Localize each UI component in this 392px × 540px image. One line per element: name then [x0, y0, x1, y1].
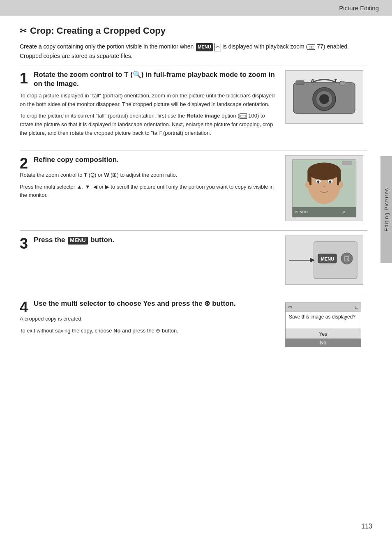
- step-4-body: A cropped copy is created. To exit witho…: [20, 315, 277, 335]
- save-dialog-header: ✂ □: [286, 303, 361, 312]
- step-4-number: 4: [20, 300, 28, 315]
- step-4-left: 4 Use the multi selector to choose Yes a…: [20, 299, 277, 339]
- svg-text:T: T: [334, 78, 337, 83]
- svg-rect-6: [296, 81, 304, 85]
- side-tab-label: Editing Pictures: [383, 188, 390, 231]
- menu-badge-step3: MENU: [68, 237, 88, 245]
- svg-point-19: [306, 181, 310, 187]
- intro-text-before: Create a copy containing only the portio…: [20, 43, 194, 50]
- step-3-heading: Press the MENU button.: [34, 235, 277, 245]
- step-4-heading: Use the multi selector to choose Yes and…: [34, 299, 277, 308]
- step-2-heading: Refine copy composition.: [34, 155, 277, 164]
- step-2-number: 2: [20, 156, 28, 171]
- step-3-section: 3 Press the MENU button.: [20, 230, 367, 290]
- step-1-left: 1 Rotate the zoom control to T (🔍) in fu…: [20, 70, 277, 141]
- page-number: 113: [361, 523, 372, 530]
- save-option-yes[interactable]: Yes: [286, 330, 361, 338]
- step-4-image: ✂ □ Save this image as displayed? Yes No: [285, 299, 367, 347]
- svg-point-3: [319, 94, 329, 104]
- crop-sym-inline: ✂: [214, 43, 221, 51]
- save-dialog-options: Yes No: [286, 330, 361, 347]
- step-1-image: W T: [285, 70, 367, 124]
- menu-badge: MENU: [196, 43, 212, 51]
- step-4-row: 4 Use the multi selector to choose Yes a…: [20, 299, 367, 347]
- dialog-header-icon: ✂: [288, 304, 292, 310]
- step-1-section: 1 Rotate the zoom control to T (🔍) in fu…: [20, 65, 367, 146]
- step-2-left: 2 Refine copy composition. Rotate the zo…: [20, 155, 277, 203]
- step-3-diagram: MENU: [285, 235, 363, 285]
- svg-text:MENU✂: MENU✂: [294, 210, 308, 214]
- step-1-row: 1 Rotate the zoom control to T (🔍) in fu…: [20, 70, 367, 141]
- step-1-body: To crop a picture displayed in "tall" (p…: [20, 92, 277, 138]
- menu-btn-svg: MENU: [289, 240, 359, 281]
- main-content: ✂ Crop: Creating a Cropped Copy Create a…: [0, 16, 392, 362]
- svg-rect-10: [342, 161, 352, 165]
- save-option-no[interactable]: No: [286, 338, 361, 347]
- save-dialog-container: ✂ □ Save this image as displayed? Yes No: [285, 302, 367, 347]
- header-title: Picture Editing: [339, 5, 379, 12]
- save-dialog-question: Save this image as displayed?: [289, 314, 355, 320]
- page-title: ✂ Crop: Creating a Cropped Copy: [20, 25, 367, 36]
- svg-point-7: [339, 81, 346, 85]
- step-1-diagram: W T: [285, 70, 363, 124]
- step-3-number: 3: [20, 236, 28, 251]
- side-tab: Editing Pictures: [380, 156, 392, 263]
- step-4-section: 4 Use the multi selector to choose Yes a…: [20, 294, 367, 352]
- step-2-diagram: MENU✂ ⊛: [285, 155, 363, 221]
- step-3-left: 3 Press the MENU button.: [20, 235, 277, 251]
- step-2-image: MENU✂ ⊛: [285, 155, 367, 221]
- camera-diagram-svg: W T: [289, 74, 359, 120]
- step-2-body: Rotate the zoom control to T (Q) or W (⊞…: [20, 171, 277, 200]
- step-1-number: 1: [20, 71, 28, 86]
- step-1-heading: Rotate the zoom control to T (🔍) in full…: [34, 70, 277, 88]
- svg-point-28: [341, 253, 353, 264]
- header-bar: Picture Editing: [0, 0, 392, 16]
- page-title-text: Crop: Creating a Cropped Copy: [30, 25, 166, 36]
- dialog-header-battery: □: [355, 304, 358, 310]
- save-dialog-body: Save this image as displayed?: [286, 312, 361, 328]
- svg-text:⊛: ⊛: [342, 210, 346, 214]
- step-2-row: 2 Refine copy composition. Rotate the zo…: [20, 155, 367, 221]
- svg-point-12: [307, 162, 341, 180]
- step-3-image: MENU: [285, 235, 367, 285]
- save-dialog: ✂ □ Save this image as displayed? Yes No: [285, 302, 361, 347]
- svg-point-20: [339, 181, 343, 187]
- portrait-diagram-svg: MENU✂ ⊛: [289, 157, 359, 219]
- step-2-section: 2 Refine copy composition. Rotate the zo…: [20, 150, 367, 226]
- crop-icon: ✂: [20, 26, 27, 36]
- intro-paragraph: Create a copy containing only the portio…: [20, 42, 357, 61]
- svg-text:MENU: MENU: [321, 256, 334, 261]
- svg-point-18: [329, 180, 332, 183]
- step-3-row: 3 Press the MENU button.: [20, 235, 367, 285]
- svg-point-17: [317, 180, 320, 183]
- svg-text:W: W: [311, 78, 314, 83]
